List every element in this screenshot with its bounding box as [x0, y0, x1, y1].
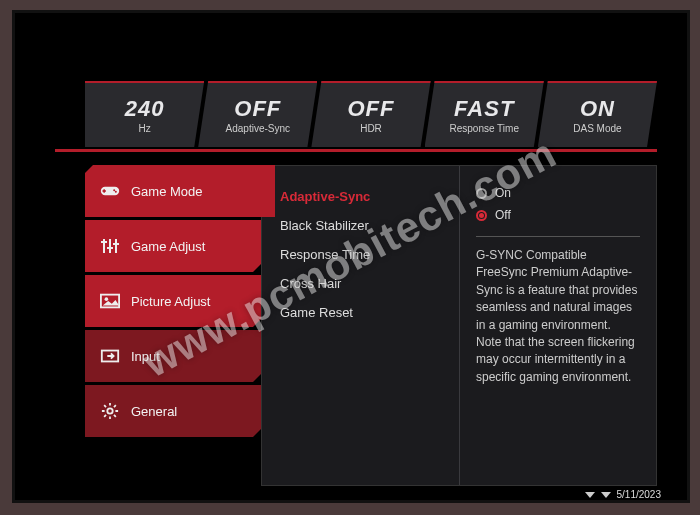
status-label: Response Time: [449, 123, 518, 134]
status-adaptive-sync: OFF Adaptive-Sync: [198, 81, 317, 147]
sidebar-item-picture-adjust[interactable]: Picture Adjust: [85, 275, 261, 327]
option-label: Off: [495, 208, 511, 222]
osd-frame: 240 Hz OFF Adaptive-Sync OFF HDR FAST Re…: [12, 10, 690, 503]
radio-icon: [476, 210, 487, 221]
sidebar-item-label: Game Mode: [131, 184, 203, 199]
sliders-icon: [99, 237, 121, 255]
sidebar-item-input[interactable]: Input: [85, 330, 261, 382]
svg-point-3: [113, 189, 115, 191]
svg-rect-10: [113, 243, 119, 245]
chevron-down-icon: [585, 492, 595, 498]
divider: [476, 236, 640, 237]
gear-icon: [99, 402, 121, 420]
option-off[interactable]: Off: [476, 204, 640, 226]
sidebar-item-general[interactable]: General: [85, 385, 261, 437]
submenu-response-time[interactable]: Response Time: [276, 240, 445, 269]
footer: 5/11/2023: [585, 489, 662, 500]
status-value: OFF: [348, 96, 395, 122]
submenu-adaptive-sync[interactable]: Adaptive-Sync: [276, 182, 445, 211]
main-area: Game Mode Game Adjust Picture Adjust Inp…: [85, 165, 657, 486]
svg-rect-6: [109, 239, 111, 253]
svg-point-12: [105, 297, 109, 301]
input-icon: [99, 347, 121, 365]
svg-rect-2: [103, 190, 106, 192]
status-label: Hz: [138, 123, 150, 134]
panels: Adaptive-Sync Black Stabilizer Response …: [261, 165, 657, 486]
status-response-time: FAST Response Time: [425, 81, 544, 147]
radio-icon: [476, 188, 487, 199]
svg-rect-9: [107, 247, 113, 249]
sidebar-item-label: General: [131, 404, 177, 419]
status-bar: 240 Hz OFF Adaptive-Sync OFF HDR FAST Re…: [85, 81, 657, 147]
status-label: DAS Mode: [573, 123, 621, 134]
status-value: OFF: [234, 96, 281, 122]
svg-point-4: [115, 191, 117, 193]
option-label: On: [495, 186, 511, 200]
accent-line: [55, 149, 657, 152]
status-label: HDR: [360, 123, 382, 134]
status-value: FAST: [454, 96, 514, 122]
sidebar-item-game-adjust[interactable]: Game Adjust: [85, 220, 261, 272]
sidebar-item-label: Picture Adjust: [131, 294, 211, 309]
sidebar-item-label: Game Adjust: [131, 239, 205, 254]
status-hdr: OFF HDR: [311, 81, 430, 147]
svg-point-14: [107, 408, 112, 413]
description-text: G-SYNC Compatible FreeSync Premium Adapt…: [476, 247, 640, 386]
chevron-down-icon: [601, 492, 611, 498]
submenu-cross-hair[interactable]: Cross Hair: [276, 269, 445, 298]
submenu-black-stabilizer[interactable]: Black Stabilizer: [276, 211, 445, 240]
sidebar-item-label: Input: [131, 349, 160, 364]
svg-rect-7: [115, 239, 117, 253]
picture-icon: [99, 292, 121, 310]
status-value: 240: [125, 96, 165, 122]
gamepad-icon: [99, 182, 121, 200]
option-on[interactable]: On: [476, 182, 640, 204]
status-hz: 240 Hz: [85, 81, 204, 147]
submenu-game-reset[interactable]: Game Reset: [276, 298, 445, 327]
svg-rect-8: [101, 241, 107, 243]
sidebar-item-game-mode[interactable]: Game Mode: [85, 165, 275, 217]
status-value: ON: [580, 96, 615, 122]
status-das-mode: ON DAS Mode: [538, 81, 657, 147]
status-label: Adaptive-Sync: [226, 123, 290, 134]
detail-panel: On Off G-SYNC Compatible FreeSync Premiu…: [460, 166, 656, 485]
footer-date: 5/11/2023: [617, 489, 662, 500]
sidebar: Game Mode Game Adjust Picture Adjust Inp…: [85, 165, 261, 486]
submenu: Adaptive-Sync Black Stabilizer Response …: [262, 166, 460, 485]
